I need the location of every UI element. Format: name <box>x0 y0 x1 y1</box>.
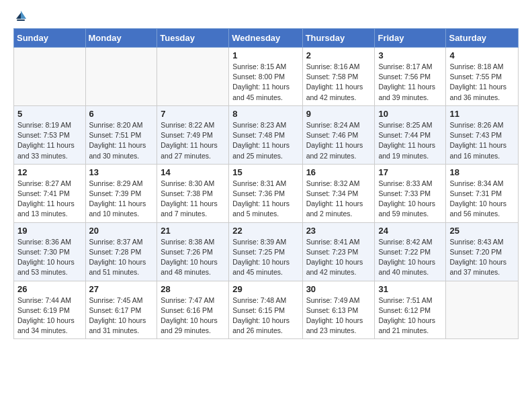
day-cell: 18Sunrise: 8:34 AMSunset: 7:31 PMDayligh… <box>446 164 519 222</box>
logo <box>13 11 28 23</box>
day-cell <box>446 281 519 339</box>
day-number: 29 <box>232 284 298 294</box>
day-info: Sunrise: 7:48 AMSunset: 6:15 PMDaylight:… <box>232 295 298 336</box>
header <box>13 11 519 23</box>
day-number: 16 <box>306 167 371 177</box>
day-info: Sunrise: 7:47 AMSunset: 6:16 PMDaylight:… <box>161 295 225 336</box>
day-cell: 25Sunrise: 8:43 AMSunset: 7:20 PMDayligh… <box>446 222 519 281</box>
day-number: 28 <box>161 284 225 294</box>
day-number: 13 <box>89 167 154 177</box>
day-info: Sunrise: 7:49 AMSunset: 6:13 PMDaylight:… <box>306 295 371 336</box>
day-info: Sunrise: 8:39 AMSunset: 7:25 PMDaylight:… <box>232 237 298 278</box>
day-number: 11 <box>449 109 515 119</box>
day-info: Sunrise: 8:29 AMSunset: 7:39 PMDaylight:… <box>89 179 154 220</box>
day-info: Sunrise: 8:17 AMSunset: 7:56 PMDaylight:… <box>378 62 442 103</box>
day-number: 26 <box>17 284 82 294</box>
day-cell: 15Sunrise: 8:31 AMSunset: 7:36 PMDayligh… <box>229 164 302 222</box>
day-info: Sunrise: 7:51 AMSunset: 6:12 PMDaylight:… <box>378 295 442 336</box>
day-number: 1 <box>232 50 298 60</box>
day-cell: 23Sunrise: 8:41 AMSunset: 7:23 PMDayligh… <box>302 222 375 281</box>
day-cell: 27Sunrise: 7:45 AMSunset: 6:17 PMDayligh… <box>85 281 157 339</box>
day-info: Sunrise: 8:37 AMSunset: 7:28 PMDaylight:… <box>89 237 154 278</box>
day-number: 31 <box>378 284 442 294</box>
calendar-header: SundayMondayTuesdayWednesdayThursdayFrid… <box>14 29 519 48</box>
day-info: Sunrise: 8:34 AMSunset: 7:31 PMDaylight:… <box>449 179 515 220</box>
svg-rect-2 <box>17 19 25 21</box>
day-cell: 31Sunrise: 7:51 AMSunset: 6:12 PMDayligh… <box>375 281 446 339</box>
day-cell <box>14 48 86 106</box>
day-cell: 10Sunrise: 8:25 AMSunset: 7:44 PMDayligh… <box>375 105 446 164</box>
page: SundayMondayTuesdayWednesdayThursdayFrid… <box>0 0 532 411</box>
day-cell: 20Sunrise: 8:37 AMSunset: 7:28 PMDayligh… <box>85 222 157 281</box>
day-cell: 3Sunrise: 8:17 AMSunset: 7:56 PMDaylight… <box>375 48 446 106</box>
col-header-wednesday: Wednesday <box>229 29 302 48</box>
day-cell: 9Sunrise: 8:24 AMSunset: 7:46 PMDaylight… <box>302 105 375 164</box>
day-cell: 11Sunrise: 8:26 AMSunset: 7:43 PMDayligh… <box>446 105 519 164</box>
day-cell: 22Sunrise: 8:39 AMSunset: 7:25 PMDayligh… <box>229 222 302 281</box>
day-cell: 26Sunrise: 7:44 AMSunset: 6:19 PMDayligh… <box>14 281 86 339</box>
day-cell: 2Sunrise: 8:16 AMSunset: 7:58 PMDaylight… <box>302 48 375 106</box>
day-number: 14 <box>161 167 225 177</box>
day-cell: 14Sunrise: 8:30 AMSunset: 7:38 PMDayligh… <box>157 164 229 222</box>
day-info: Sunrise: 8:26 AMSunset: 7:43 PMDaylight:… <box>449 120 515 161</box>
week-row-4: 19Sunrise: 8:36 AMSunset: 7:30 PMDayligh… <box>14 222 519 281</box>
day-number: 23 <box>306 226 371 236</box>
day-number: 4 <box>449 50 515 60</box>
day-info: Sunrise: 7:45 AMSunset: 6:17 PMDaylight:… <box>89 295 154 336</box>
day-cell: 24Sunrise: 8:42 AMSunset: 7:22 PMDayligh… <box>375 222 446 281</box>
col-header-thursday: Thursday <box>302 29 375 48</box>
day-info: Sunrise: 8:38 AMSunset: 7:26 PMDaylight:… <box>161 237 225 278</box>
day-cell: 17Sunrise: 8:33 AMSunset: 7:33 PMDayligh… <box>375 164 446 222</box>
header-row: SundayMondayTuesdayWednesdayThursdayFrid… <box>14 29 519 48</box>
day-cell: 21Sunrise: 8:38 AMSunset: 7:26 PMDayligh… <box>157 222 229 281</box>
day-number: 5 <box>17 109 82 119</box>
day-cell: 4Sunrise: 8:18 AMSunset: 7:55 PMDaylight… <box>446 48 519 106</box>
day-number: 25 <box>449 226 515 236</box>
col-header-tuesday: Tuesday <box>157 29 229 48</box>
day-number: 2 <box>306 50 371 60</box>
day-info: Sunrise: 8:42 AMSunset: 7:22 PMDaylight:… <box>378 237 442 278</box>
day-info: Sunrise: 8:43 AMSunset: 7:20 PMDaylight:… <box>449 237 515 278</box>
col-header-sunday: Sunday <box>14 29 86 48</box>
day-cell: 7Sunrise: 8:22 AMSunset: 7:49 PMDaylight… <box>157 105 229 164</box>
week-row-3: 12Sunrise: 8:27 AMSunset: 7:41 PMDayligh… <box>14 164 519 222</box>
day-number: 30 <box>306 284 371 294</box>
day-number: 3 <box>378 50 442 60</box>
day-info: Sunrise: 8:24 AMSunset: 7:46 PMDaylight:… <box>306 120 371 161</box>
day-cell: 13Sunrise: 8:29 AMSunset: 7:39 PMDayligh… <box>85 164 157 222</box>
day-info: Sunrise: 8:31 AMSunset: 7:36 PMDaylight:… <box>232 179 298 220</box>
day-cell: 16Sunrise: 8:32 AMSunset: 7:34 PMDayligh… <box>302 164 375 222</box>
day-cell: 8Sunrise: 8:23 AMSunset: 7:48 PMDaylight… <box>229 105 302 164</box>
week-row-5: 26Sunrise: 7:44 AMSunset: 6:19 PMDayligh… <box>14 281 519 339</box>
col-header-friday: Friday <box>375 29 446 48</box>
day-cell: 5Sunrise: 8:19 AMSunset: 7:53 PMDaylight… <box>14 105 86 164</box>
day-number: 6 <box>89 109 154 119</box>
day-cell: 1Sunrise: 8:15 AMSunset: 8:00 PMDaylight… <box>229 48 302 106</box>
day-info: Sunrise: 8:33 AMSunset: 7:33 PMDaylight:… <box>378 179 442 220</box>
day-number: 21 <box>161 226 225 236</box>
day-number: 10 <box>378 109 442 119</box>
day-number: 8 <box>232 109 298 119</box>
day-cell <box>157 48 229 106</box>
day-number: 24 <box>378 226 442 236</box>
day-info: Sunrise: 8:15 AMSunset: 8:00 PMDaylight:… <box>232 62 298 103</box>
svg-marker-1 <box>16 13 21 19</box>
week-row-1: 1Sunrise: 8:15 AMSunset: 8:00 PMDaylight… <box>14 48 519 106</box>
day-info: Sunrise: 8:20 AMSunset: 7:51 PMDaylight:… <box>89 120 154 161</box>
calendar-table: SundayMondayTuesdayWednesdayThursdayFrid… <box>13 28 519 339</box>
day-cell <box>85 48 157 106</box>
day-number: 19 <box>17 226 82 236</box>
day-number: 18 <box>449 167 515 177</box>
day-number: 27 <box>89 284 154 294</box>
day-cell: 29Sunrise: 7:48 AMSunset: 6:15 PMDayligh… <box>229 281 302 339</box>
day-cell: 12Sunrise: 8:27 AMSunset: 7:41 PMDayligh… <box>14 164 86 222</box>
day-info: Sunrise: 8:41 AMSunset: 7:23 PMDaylight:… <box>306 237 371 278</box>
day-number: 7 <box>161 109 225 119</box>
day-cell: 28Sunrise: 7:47 AMSunset: 6:16 PMDayligh… <box>157 281 229 339</box>
day-info: Sunrise: 8:19 AMSunset: 7:53 PMDaylight:… <box>17 120 82 161</box>
calendar-body: 1Sunrise: 8:15 AMSunset: 8:00 PMDaylight… <box>14 48 519 339</box>
col-header-saturday: Saturday <box>446 29 519 48</box>
day-number: 22 <box>232 226 298 236</box>
week-row-2: 5Sunrise: 8:19 AMSunset: 7:53 PMDaylight… <box>14 105 519 164</box>
day-info: Sunrise: 8:25 AMSunset: 7:44 PMDaylight:… <box>378 120 442 161</box>
